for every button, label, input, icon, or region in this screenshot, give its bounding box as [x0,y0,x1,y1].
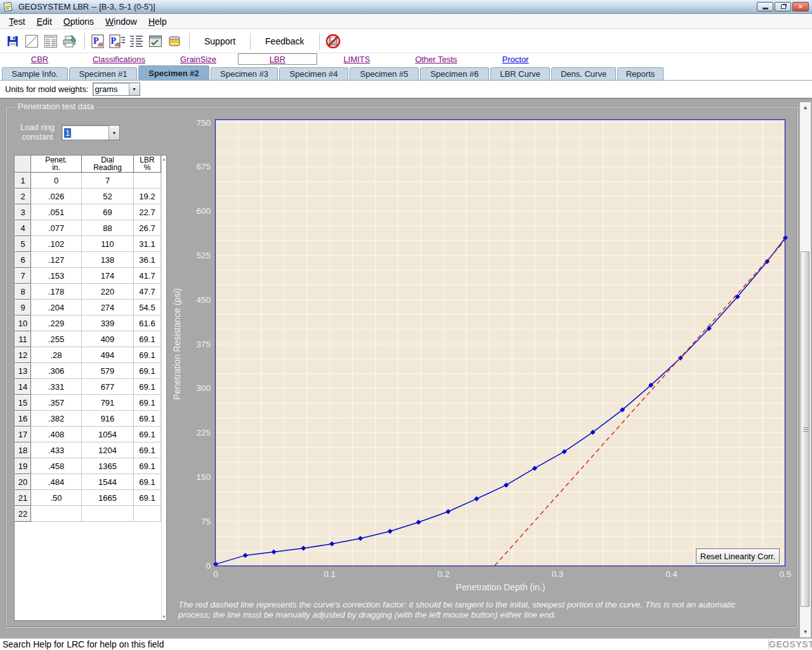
tab-dens-curve[interactable]: Dens. Curve [551,67,616,80]
list-button[interactable] [128,32,145,50]
penetration-cell[interactable]: .408 [31,427,82,442]
dial-reading-cell[interactable]: 1665 [82,490,134,506]
lbr-cell[interactable]: 47.7 [134,284,161,300]
dial-reading-cell[interactable]: 791 [82,395,134,411]
lbr-cell[interactable]: 69.1 [134,379,161,395]
penetration-cell[interactable]: .306 [31,363,82,379]
penetration-cell[interactable]: .077 [31,220,82,236]
chevron-down-icon[interactable]: ▼ [108,126,119,140]
penetration-cell[interactable]: 0 [31,173,82,189]
menu-options[interactable]: Options [58,15,100,28]
lbr-cell[interactable]: 69.1 [134,474,161,490]
dial-reading-cell[interactable]: 69 [82,204,134,220]
penetration-cell[interactable] [31,506,82,522]
tab-specimen-3[interactable]: Specimen #3 [211,67,278,80]
lbr-cell[interactable]: 69.1 [134,411,161,427]
dial-reading-cell[interactable]: 110 [82,236,134,252]
penetration-cell[interactable]: .153 [31,268,82,284]
dial-reading-cell[interactable]: 138 [82,252,134,268]
scrollbar-thumb[interactable] [801,251,809,607]
tab-specimen-6[interactable]: Specimen #6 [420,67,489,80]
print-setup-button[interactable] [61,32,79,50]
nav-link-other-tests[interactable]: Other Tests [415,55,457,64]
lbr-cell[interactable]: 69.1 [134,427,161,442]
checklist-button[interactable] [147,32,164,50]
penetration-cell[interactable]: .28 [31,347,82,363]
penetration-cell[interactable]: .331 [31,379,82,395]
dial-reading-cell[interactable]: 1204 [82,442,134,458]
restore-button[interactable] [775,2,791,11]
database-button[interactable] [166,32,183,50]
tab-specimen-4[interactable]: Specimen #4 [279,67,348,80]
pdf-export-button[interactable]: P df [108,32,126,50]
vertical-scrollbar[interactable]: ▲ ▼ [800,102,811,637]
nav-link-lbr[interactable]: LBR [270,55,285,64]
lbr-cell[interactable]: 54.5 [134,300,161,315]
support-button[interactable]: Support [194,36,246,46]
tab-reports[interactable]: Reports [617,67,664,80]
close-button[interactable]: × [792,2,809,11]
dial-reading-cell[interactable]: 220 [82,284,134,300]
dial-reading-cell[interactable]: 88 [82,220,134,236]
penetration-cell[interactable]: .357 [31,395,82,411]
dial-reading-cell[interactable]: 339 [82,315,134,331]
lbr-cell[interactable]: 61.6 [134,315,161,331]
reset-linearity-button[interactable]: Reset Linearity Corr. [696,548,780,564]
scroll-down-icon[interactable]: ▼ [800,627,811,637]
lbr-cell[interactable]: 69.1 [134,347,161,363]
menu-test[interactable]: Test [3,15,31,28]
penetration-cell[interactable]: .255 [31,331,82,347]
pdf-button[interactable]: P df [89,32,107,50]
penetration-cell[interactable]: .458 [31,458,82,474]
dial-reading-cell[interactable]: 916 [82,411,134,427]
penetration-cell[interactable]: .178 [31,284,82,300]
dial-reading-cell[interactable]: 1365 [82,458,134,474]
save-button[interactable] [4,32,22,50]
chevron-down-icon[interactable]: ▼ [129,83,140,95]
tab-specimen-5[interactable]: Specimen #5 [350,67,419,80]
scroll-up-icon[interactable]: ▲ [162,157,166,161]
penetration-cell[interactable]: .102 [31,236,82,252]
lbr-cell[interactable]: 69.1 [134,363,161,379]
minimize-button[interactable] [757,2,773,11]
penetration-cell[interactable]: .433 [31,442,82,458]
dial-reading-cell[interactable]: 274 [82,300,134,315]
dial-reading-cell[interactable] [82,506,134,522]
lbr-cell[interactable]: 69.1 [134,490,161,506]
dial-reading-cell[interactable]: 1544 [82,474,134,490]
dial-reading-cell[interactable]: 677 [82,379,134,395]
dial-reading-cell[interactable]: 1054 [82,427,134,442]
menu-edit[interactable]: Edit [31,15,58,28]
dial-reading-cell[interactable]: 174 [82,268,134,284]
dial-reading-cell[interactable]: 494 [82,347,134,363]
penetration-cell[interactable]: .50 [31,490,82,506]
lbr-cell[interactable]: 69.1 [134,331,161,347]
lbr-cell[interactable]: 41.7 [134,268,161,284]
table-scrollbar[interactable]: ▲ ▼ [161,156,166,620]
lbr-cell[interactable]: 36.1 [134,252,161,268]
feedback-button[interactable]: Feedback [255,36,314,46]
scroll-down-icon[interactable]: ▼ [162,614,166,619]
tab-specimen-2[interactable]: Specimen #2 [138,65,209,80]
linearity-graph-button[interactable] [23,32,41,50]
penetration-cell[interactable]: .127 [31,252,82,268]
dial-reading-cell[interactable]: 579 [82,363,134,379]
nav-link-grainsize[interactable]: GrainSize [180,55,216,64]
penetration-cell[interactable]: .204 [31,300,82,315]
tab-specimen-1[interactable]: Specimen #1 [69,67,137,80]
scrollbar-track[interactable] [800,113,811,627]
block-save-button[interactable] [324,32,342,50]
nav-link-classifications[interactable]: Classifications [93,55,145,64]
nav-link-proctor[interactable]: Proctor [502,55,529,64]
dial-reading-cell[interactable]: 409 [82,331,134,347]
penetration-cell[interactable]: .229 [31,315,82,331]
lbr-cell[interactable]: 69.1 [134,458,161,474]
tab-lbr-curve[interactable]: LBR Curve [490,67,550,80]
lbr-cell[interactable]: 22.7 [134,204,161,220]
penetration-cell[interactable]: .484 [31,474,82,490]
lbr-cell[interactable]: 69.1 [134,442,161,458]
load-ring-constant-dropdown[interactable]: 1 ▼ [62,125,120,140]
penetration-cell[interactable]: .382 [31,411,82,427]
lbr-cell[interactable] [134,173,161,189]
lbr-cell[interactable]: 31.1 [134,236,161,252]
